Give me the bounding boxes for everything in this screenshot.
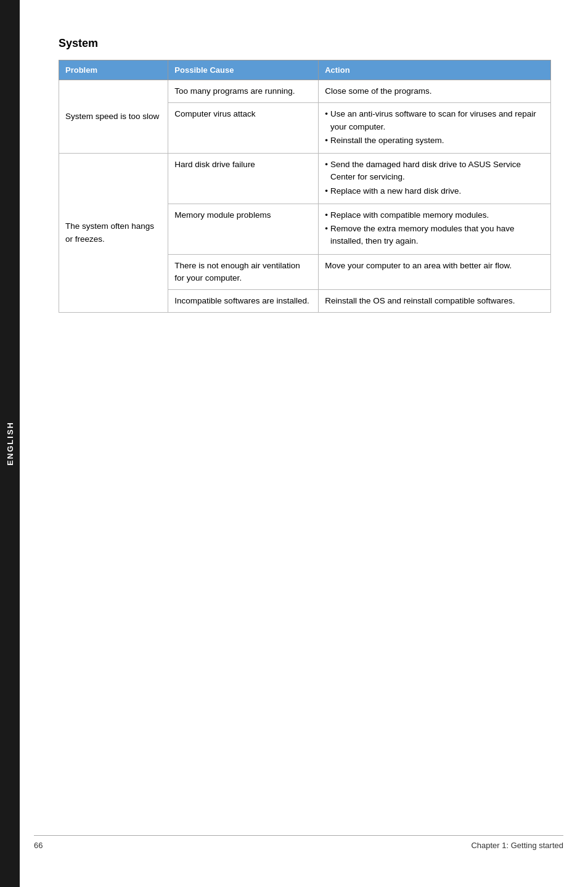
system-table: Problem Possible Cause Action System spe… (59, 60, 551, 313)
footer-chapter: Chapter 1: Getting started (471, 841, 563, 850)
footer: 66 Chapter 1: Getting started (34, 835, 563, 850)
sidebar: ENGLISH (0, 0, 20, 887)
cause-cell: Too many programs are running. (168, 80, 319, 103)
main-content: System Problem Possible Cause Action Sys… (34, 0, 588, 350)
action-cell: •Use an anti-virus software to scan for … (319, 103, 551, 154)
action-cell: Close some of the programs. (319, 80, 551, 103)
sidebar-label: ENGLISH (6, 421, 15, 466)
problem-cell: The system often hangs or freezes. (59, 154, 168, 313)
header-action: Action (319, 60, 551, 80)
action-cell: Move your computer to an area with bette… (319, 254, 551, 290)
problem-cell: System speed is too slow (59, 80, 168, 154)
action-cell: •Send the damaged hard disk drive to ASU… (319, 154, 551, 204)
bullet-item: •Replace with a new hard disk drive. (325, 185, 544, 197)
cause-cell: Hard disk drive failure (168, 154, 319, 204)
cause-cell: There is not enough air ventilation for … (168, 254, 319, 290)
table-row: System speed is too slowToo many program… (59, 80, 551, 103)
header-problem: Problem (59, 60, 168, 80)
bullet-item: •Use an anti-virus software to scan for … (325, 108, 544, 133)
footer-page-number: 66 (34, 841, 43, 850)
page-title: System (59, 37, 551, 50)
cause-cell: Incompatible softwares are installed. (168, 290, 319, 313)
cause-cell: Memory module problems (168, 204, 319, 254)
table-header-row: Problem Possible Cause Action (59, 60, 551, 80)
header-cause: Possible Cause (168, 60, 319, 80)
cause-cell: Computer virus attack (168, 103, 319, 154)
bullet-item: •Send the damaged hard disk drive to ASU… (325, 159, 544, 184)
action-cell: •Replace with compatible memory modules.… (319, 204, 551, 254)
action-cell: Reinstall the OS and reinstall compatibl… (319, 290, 551, 313)
bullet-item: •Replace with compatible memory modules. (325, 209, 544, 221)
table-row: The system often hangs or freezes.Hard d… (59, 154, 551, 204)
bullet-item: •Remove the extra memory modules that yo… (325, 223, 544, 248)
bullet-item: •Reinstall the operating system. (325, 134, 544, 147)
